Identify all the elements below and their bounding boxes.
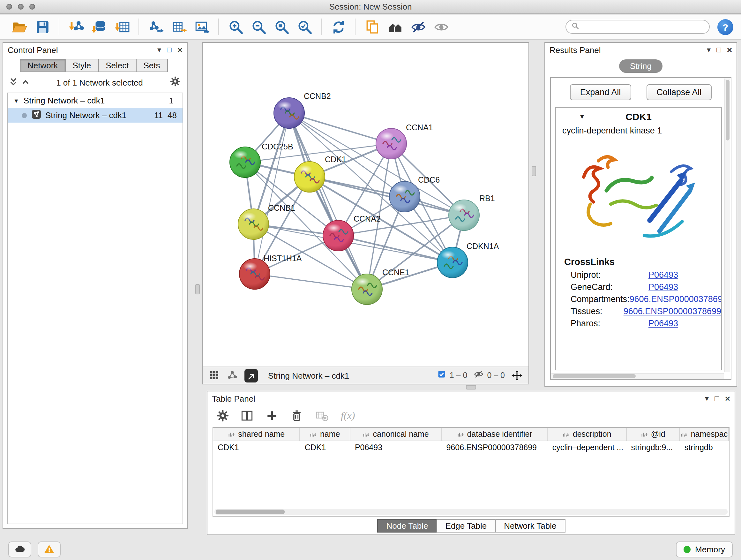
column-header-canonical-name[interactable]: canonical name — [350, 428, 442, 441]
node-CDKN1A[interactable] — [437, 247, 468, 278]
refresh-layout-button[interactable] — [329, 17, 348, 37]
minimize-window-icon[interactable] — [18, 4, 23, 10]
scrollbar-thumb[interactable] — [553, 374, 636, 378]
network-overview-icon[interactable] — [226, 370, 238, 381]
select-columns-button[interactable] — [240, 409, 254, 423]
tab-string[interactable]: String — [619, 59, 663, 73]
column-header--id[interactable]: @id — [627, 428, 680, 441]
tab-node-table[interactable]: Node Table — [377, 519, 437, 533]
node-CDC25B[interactable] — [230, 147, 260, 178]
column-header-shared-name[interactable]: shared name — [213, 428, 300, 441]
birdseye-view-button[interactable] — [245, 369, 258, 382]
delete-columns-button[interactable] — [290, 409, 304, 423]
show-all-button[interactable] — [431, 17, 451, 37]
tab-edge-table[interactable]: Edge Table — [436, 519, 496, 533]
node-CDK1[interactable] — [294, 162, 325, 192]
import-table-from-file-button[interactable] — [112, 17, 131, 37]
tab-sets[interactable]: Sets — [136, 59, 167, 72]
crosslink-link[interactable]: P06493 — [649, 282, 678, 292]
edge-CCNB2-CCNE1[interactable] — [289, 113, 367, 289]
memory-button[interactable]: Memory — [676, 541, 733, 557]
tab-network[interactable]: Network — [20, 59, 65, 72]
table-cell[interactable]: stringdb:9... — [627, 441, 680, 455]
export-image-button[interactable] — [192, 17, 211, 37]
selected-nodes-checkbox-icon[interactable] — [437, 370, 447, 381]
function-builder-button[interactable]: f(x) — [340, 408, 362, 423]
table-cell[interactable]: CDK1 — [213, 441, 300, 455]
collapse-all-button[interactable]: Collapse All — [646, 84, 712, 100]
tab-network-table[interactable]: Network Table — [495, 519, 565, 533]
splitter-handle[interactable] — [532, 166, 536, 176]
vertical-scrollbar[interactable] — [724, 78, 730, 372]
crosslink-link[interactable]: 9606.ENSP00000378699 — [630, 294, 722, 304]
table-horizontal-scrollbar[interactable] — [214, 509, 728, 515]
crosslink-link[interactable]: P06493 — [649, 319, 678, 328]
crosslink-link[interactable]: P06493 — [649, 270, 678, 280]
splitter-handle[interactable] — [466, 385, 476, 389]
column-header-description[interactable]: description — [548, 428, 627, 441]
node-HIST1H1A[interactable] — [239, 259, 270, 289]
panel-menu-icon[interactable]: ▾ — [707, 46, 711, 54]
zoom-in-button[interactable] — [226, 17, 245, 37]
panel-close-icon[interactable]: × — [727, 45, 732, 54]
table-row[interactable]: CDK1CDK1P064939606.ENSP00000378699cyclin… — [213, 441, 729, 455]
open-session-button[interactable] — [10, 17, 29, 37]
panel-close-icon[interactable]: × — [725, 394, 730, 403]
tab-style[interactable]: Style — [65, 59, 98, 72]
node-CCNA1[interactable] — [376, 128, 407, 159]
scrollbar-thumb[interactable] — [216, 509, 285, 514]
pan-tool-icon[interactable] — [511, 370, 523, 381]
collapse-all-networks-icon[interactable] — [10, 77, 17, 88]
create-column-button[interactable] — [265, 409, 279, 423]
table-cell[interactable]: CDK1 — [300, 441, 350, 455]
column-header-database-identifier[interactable]: database identifier — [442, 428, 548, 441]
export-table-button[interactable] — [169, 17, 188, 37]
help-button[interactable]: ? — [718, 19, 733, 35]
gene-section-header[interactable]: ▼ CDK1 — [556, 108, 721, 125]
warning-button[interactable] — [38, 541, 61, 557]
node-CCNA2[interactable] — [323, 220, 354, 251]
node-CDC6[interactable] — [389, 181, 420, 212]
scrollbar-thumb[interactable] — [726, 80, 730, 140]
zoom-fit-content-button[interactable] — [272, 17, 291, 37]
close-window-icon[interactable] — [6, 4, 12, 10]
export-network-button[interactable] — [146, 17, 165, 37]
table-cell[interactable]: P06493 — [350, 441, 442, 455]
panel-menu-icon[interactable]: ▾ — [705, 395, 709, 402]
network-collection-row[interactable]: ▼ String Network – cdk1 1 — [8, 93, 183, 108]
crosslink-link[interactable]: 9606.ENSP00000378699 — [623, 307, 721, 316]
tree-expander-icon[interactable]: ▼ — [13, 98, 19, 104]
hide-selected-button[interactable] — [408, 17, 428, 37]
network-canvas[interactable]: CCNB2CCNA1CDC25BCDK1CDC6RB1CCNB1CCNA2CDK… — [203, 43, 529, 366]
import-network-from-database-button[interactable] — [89, 17, 109, 37]
column-header-namespac[interactable]: namespac — [680, 428, 729, 441]
network-options-gear-icon[interactable] — [170, 76, 181, 89]
panel-float-icon[interactable]: □ — [167, 46, 172, 54]
expand-all-button[interactable]: Expand All — [570, 84, 631, 100]
edge-CDK1-RB1[interactable] — [310, 177, 464, 215]
table-cell[interactable]: 9606.ENSP00000378699 — [442, 441, 548, 455]
column-header-name[interactable]: name — [300, 428, 350, 441]
maximize-window-icon[interactable] — [29, 4, 35, 10]
node-CCNB1[interactable] — [238, 209, 269, 240]
edge-CCNB2-CCNA1[interactable] — [289, 113, 391, 144]
splitter-handle[interactable] — [195, 284, 200, 294]
edge-HIST1H1A-CCNE1[interactable] — [255, 274, 367, 289]
zoom-out-button[interactable] — [249, 17, 268, 37]
table-cell[interactable]: cyclin–dependent ... — [548, 441, 627, 455]
expand-all-networks-icon[interactable] — [22, 77, 29, 88]
panel-close-icon[interactable]: × — [178, 45, 183, 54]
clear-table-button[interactable] — [315, 409, 329, 423]
cloud-status-button[interactable] — [8, 541, 31, 557]
table-settings-button[interactable] — [216, 409, 229, 422]
hidden-elements-eye-icon[interactable] — [474, 369, 484, 382]
copy-annotations-button[interactable] — [362, 17, 382, 37]
search-input[interactable] — [583, 22, 704, 31]
panel-float-icon[interactable]: □ — [717, 46, 721, 54]
show-neighbors-button[interactable] — [386, 17, 405, 37]
grid-view-icon[interactable] — [209, 370, 220, 381]
save-session-button[interactable] — [32, 17, 52, 37]
network-row[interactable]: String Network – cdk1 11 48 — [8, 108, 183, 123]
node-CCNB2[interactable] — [274, 98, 305, 128]
panel-menu-icon[interactable]: ▾ — [157, 46, 161, 54]
